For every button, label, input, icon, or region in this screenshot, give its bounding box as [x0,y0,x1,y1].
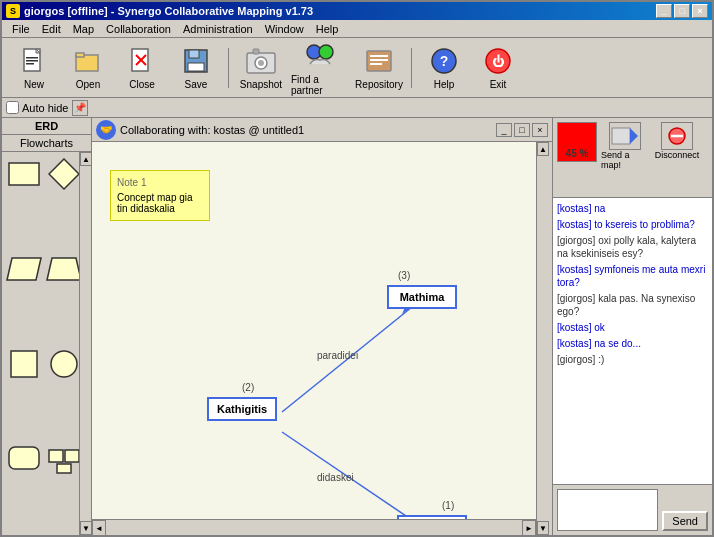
maximize-button[interactable]: □ [674,4,690,18]
note-text: Concept map gia tin didaskalia [117,192,203,214]
close-button-toolbar[interactable]: Close [118,45,166,90]
scroll-right-button[interactable]: ► [522,520,536,535]
shape-small-box[interactable] [46,440,79,476]
canvas-area[interactable]: Note 1 Concept map gia tin didaskalia (3… [92,142,536,519]
repository-icon [363,45,395,77]
save-icon [180,45,212,77]
kathigitis-box[interactable]: Kathigitis [207,397,277,421]
chat-msg-6: [kostas] na se do... [557,337,708,350]
menu-edit[interactable]: Edit [36,21,67,37]
svg-rect-35 [65,450,79,462]
scroll-up-button[interactable]: ▲ [80,152,92,166]
horizontal-scroll-track[interactable] [106,520,522,535]
menu-administration[interactable]: Administration [177,21,259,37]
chat-msg-2: [giorgos] oxi polly kala, kalytera na ks… [557,234,708,260]
collab-restore[interactable]: □ [514,123,530,137]
exit-button[interactable]: ⏻ Exit [474,45,522,90]
send-button[interactable]: Send [662,511,708,531]
chat-msg-1: [kostas] to ksereis to problima? [557,218,708,231]
vertical-scrollbar[interactable]: ▲ ▼ [536,142,552,535]
menu-file[interactable]: File [6,21,36,37]
scroll-down-button[interactable]: ▼ [80,521,92,535]
menu-collaboration[interactable]: Collaboration [100,21,177,37]
save-label: Save [185,79,208,90]
help-label: Help [434,79,455,90]
disconnect-button[interactable]: Disconnect [653,122,701,160]
collab-minimize[interactable]: _ [496,123,512,137]
shape-square[interactable] [6,346,42,382]
left-panel-scroll: ▲ ▼ [79,152,91,535]
shapes-area [2,152,79,535]
horizontal-scrollbar[interactable]: ◄ ► [92,519,536,535]
svg-rect-3 [26,60,38,62]
chat-input[interactable] [557,489,658,531]
close-button[interactable]: × [692,4,708,18]
new-button[interactable]: New [10,45,58,90]
send-map-button[interactable]: Send a map! [601,122,649,170]
shape-trapezoid[interactable] [46,251,79,287]
toolbar-separator-2 [411,48,412,88]
shape-diamond[interactable] [46,156,79,192]
left-panel: ERD Flowcharts [2,118,92,535]
mathitis-box[interactable]: Mathitis [397,515,467,519]
find-partner-button[interactable]: Find a partner [291,40,349,96]
title-text: giorgos [offline] - Synergo Collaborativ… [24,5,313,17]
autohide-checkbox-label[interactable]: Auto hide [6,101,68,114]
shape-rect[interactable] [6,156,42,192]
collab-close[interactable]: × [532,123,548,137]
svg-rect-21 [370,59,388,61]
svg-rect-4 [26,63,34,65]
new-label: New [24,79,44,90]
svg-marker-28 [49,159,79,189]
svg-rect-11 [189,50,199,58]
open-icon [72,45,104,77]
minimize-button[interactable]: _ [656,4,672,18]
title-bar-buttons: _ □ × [656,4,708,18]
mathima-label: Mathima [400,291,445,303]
snapshot-button[interactable]: Snapshot [237,45,285,90]
menu-window[interactable]: Window [259,21,310,37]
scroll-up-canvas[interactable]: ▲ [537,142,549,156]
erd-tab[interactable]: ERD [2,118,91,135]
vertical-scroll-track[interactable] [537,156,552,521]
scroll-down-canvas[interactable]: ▼ [537,521,549,535]
menu-map[interactable]: Map [67,21,100,37]
partner-info: 45 % Send a map! Disconne [553,118,712,198]
push-pin-button[interactable]: 📌 [72,100,88,116]
svg-rect-41 [612,128,630,144]
kathigitis-label: Kathigitis [217,403,267,415]
autohide-bar: Auto hide 📌 [2,98,712,118]
exit-icon: ⏻ [482,45,514,77]
svg-rect-16 [253,49,259,54]
repository-button[interactable]: Repository [355,45,403,90]
svg-point-15 [258,60,264,66]
chat-msg-5: [kostas] ok [557,321,708,334]
toolbar-separator-1 [228,48,229,88]
help-icon: ? [428,45,460,77]
kathigitis-number: (2) [242,382,254,393]
flowcharts-tab[interactable]: Flowcharts [2,135,91,152]
collab-icon: 🤝 [96,120,116,140]
shape-parallelogram[interactable] [6,251,42,287]
help-button[interactable]: ? Help [420,45,468,90]
disconnect-label: Disconnect [655,150,700,160]
chat-msg-7: [giorgos] :) [557,353,708,366]
center-content: 🤝 Collaborating with: kostas @ untitled1… [92,118,552,535]
open-button[interactable]: Open [64,45,112,90]
menu-help[interactable]: Help [310,21,345,37]
paradidei-label: paradidei [317,350,358,361]
mathima-box[interactable]: Mathima [387,285,457,309]
svg-rect-31 [11,351,37,377]
chat-area: [kostas] na [kostas] to ksereis to probl… [553,198,712,485]
partner-percent: 45 % [566,148,589,159]
shape-rounded-rect[interactable] [6,440,42,476]
svg-marker-30 [47,258,79,280]
svg-rect-34 [49,450,63,462]
mathitis-number: (1) [442,500,454,511]
scroll-left-button[interactable]: ◄ [92,520,106,535]
snapshot-label: Snapshot [240,79,282,90]
save-button[interactable]: Save [172,45,220,90]
autohide-checkbox[interactable] [6,101,19,114]
app-icon: S [6,4,20,18]
shape-circle[interactable] [46,346,79,382]
